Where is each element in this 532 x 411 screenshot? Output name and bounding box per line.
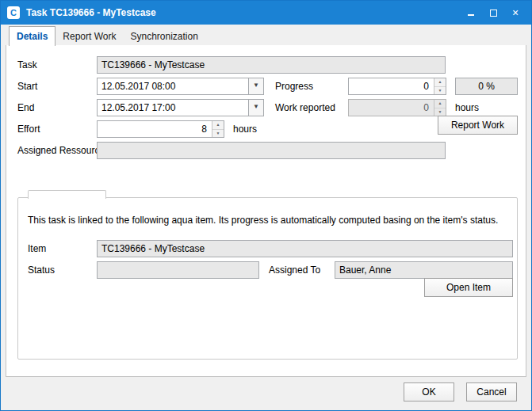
details-panel: Task TC139666 - MyTestcase Start 12.05.2… — [6, 44, 526, 377]
task-field[interactable]: TC139666 - MyTestcase — [97, 56, 446, 74]
spinner-down-icon[interactable]: ▼ — [434, 87, 446, 95]
progress-spinner[interactable]: 0 ▲ ▼ — [348, 78, 446, 95]
item-label: Item — [28, 240, 46, 257]
open-item-button[interactable]: Open Item — [424, 278, 513, 297]
minimize-icon — [468, 10, 474, 16]
tab-bar: Details Report Work Synchronization — [1, 25, 531, 45]
progress-value: 0 — [423, 78, 429, 94]
spinner-down-icon: ▼ — [434, 108, 446, 116]
tab-report-work[interactable]: Report Work — [55, 29, 123, 45]
effort-value: 8 — [201, 121, 207, 137]
end-label: End — [17, 99, 34, 116]
spinner-up-icon[interactable]: ▲ — [434, 78, 446, 87]
end-date-value: 12.05.2017 17:00 — [101, 100, 175, 116]
tab-details[interactable]: Details — [9, 26, 55, 46]
effort-label: Effort — [17, 120, 40, 138]
work-reported-unit-label: hours — [455, 99, 479, 116]
effort-unit-label: hours — [233, 120, 257, 138]
minimize-button[interactable] — [460, 1, 482, 25]
start-label: Start — [17, 78, 37, 95]
progress-percent-field: 0 % — [455, 78, 518, 95]
task-label: Task — [17, 56, 37, 74]
titlebar[interactable]: C Task TC139666 - MyTestcase × — [1, 1, 531, 25]
task-dialog-window: C Task TC139666 - MyTestcase × Details R… — [0, 0, 532, 411]
assigned-to-label: Assigned To — [269, 261, 320, 279]
effort-spinner[interactable]: 8 ▲ ▼ — [97, 120, 224, 138]
groupbox-notch — [28, 190, 106, 199]
chevron-down-icon: ▼ — [253, 82, 259, 89]
start-dropdown-button[interactable]: ▼ — [248, 78, 263, 94]
work-reported-value: 0 — [423, 100, 429, 116]
assigned-ressource-label: Assigned Ressource — [17, 142, 105, 159]
effort-spin-buttons: ▲ ▼ — [212, 121, 224, 137]
item-field[interactable]: TC139666 - MyTestcase — [97, 240, 513, 257]
progress-label: Progress — [275, 78, 313, 95]
window-controls: × — [460, 1, 526, 25]
assigned-ressource-field[interactable] — [97, 142, 446, 159]
close-icon: × — [512, 7, 519, 18]
close-button[interactable]: × — [504, 1, 526, 25]
report-work-button[interactable]: Report Work — [438, 116, 518, 135]
work-reported-spinner: 0 ▲ ▼ — [348, 99, 446, 116]
spinner-down-icon[interactable]: ▼ — [212, 130, 224, 138]
app-icon: C — [7, 6, 20, 19]
linked-item-description: This task is linked to the following aqu… — [28, 215, 498, 226]
tab-synchronization[interactable]: Synchronization — [124, 29, 205, 45]
end-dropdown-button[interactable]: ▼ — [248, 100, 263, 116]
maximize-icon — [490, 10, 497, 17]
ok-button[interactable]: OK — [404, 382, 454, 401]
status-label: Status — [28, 261, 55, 279]
work-reported-label: Work reported — [275, 99, 335, 116]
assigned-to-field[interactable]: Bauer, Anne — [335, 261, 513, 279]
chevron-down-icon: ▼ — [253, 103, 259, 110]
end-date-combobox[interactable]: 12.05.2017 17:00 ▼ — [97, 99, 264, 116]
progress-spin-buttons: ▲ ▼ — [434, 78, 446, 94]
work-reported-spin-buttons: ▲ ▼ — [434, 100, 446, 116]
spinner-up-icon[interactable]: ▲ — [212, 121, 224, 130]
cancel-button[interactable]: Cancel — [466, 382, 517, 401]
app-icon-letter: C — [10, 8, 17, 17]
start-date-combobox[interactable]: 12.05.2017 08:00 ▼ — [97, 78, 264, 95]
window-title: Task TC139666 - MyTestcase — [26, 1, 156, 25]
spinner-up-icon: ▲ — [434, 100, 446, 108]
status-field[interactable] — [97, 261, 259, 279]
maximize-button[interactable] — [482, 1, 504, 25]
start-date-value: 12.05.2017 08:00 — [101, 78, 175, 94]
